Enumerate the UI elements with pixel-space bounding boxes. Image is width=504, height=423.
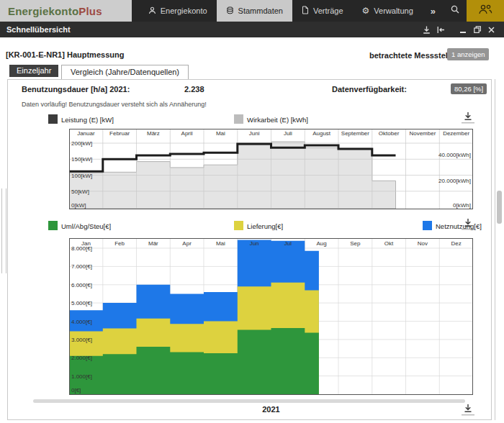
usage-duration-label: Benutzungsdauer [h/a] 2021: — [22, 85, 130, 94]
nav-item-energiekonto[interactable]: Energiekonto — [139, 0, 217, 22]
nav-item-verwaltung[interactable]: ⚙ Verwaltung — [353, 0, 423, 22]
svg-text:7.000[€]: 7.000[€] — [71, 263, 92, 270]
legend-swatch-uml-abg-steu[interactable] — [48, 221, 58, 230]
window-controls — [418, 24, 498, 36]
app-logo: EnergiekontoPlus — [0, 0, 132, 22]
svg-text:August: August — [312, 130, 331, 137]
data-availability-label: Datenverfügbarkeit: — [332, 85, 407, 94]
svg-text:200[kW]: 200[kW] — [71, 140, 92, 147]
svg-text:2.000[€]: 2.000[€] — [71, 355, 92, 361]
top-nav-bar: EnergiekontoPlus Energiekonto Stammdaten… — [0, 0, 504, 22]
svg-text:November: November — [409, 130, 436, 137]
svg-text:0[€]: 0[€] — [71, 387, 81, 394]
topbar-right: » — [423, 0, 504, 22]
svg-text:Nov: Nov — [418, 240, 428, 247]
svg-text:1.000[€]: 1.000[€] — [71, 373, 92, 380]
preliminary-data-note: Daten vorläufig! Benutzungsdauer versteh… — [22, 101, 207, 108]
power-energy-chart[interactable]: JanuarFebruarMärzAprilMaiJuniJuliAugustS… — [69, 129, 473, 209]
svg-text:Sep: Sep — [350, 240, 361, 247]
people-icon — [477, 4, 493, 18]
svg-text:März: März — [147, 130, 160, 137]
svg-text:Dezember: Dezember — [443, 130, 469, 137]
legend-label-wirkarbeit[interactable]: Wirkarbeit (E) [kWh] — [247, 116, 308, 124]
search-button[interactable] — [444, 4, 467, 17]
minimize-icon[interactable] — [456, 24, 469, 36]
svg-text:40.000[kWh]: 40.000[kWh] — [438, 152, 471, 158]
usage-duration-value: 2.238 — [184, 85, 204, 94]
window-edge-lines — [1, 188, 6, 273]
tab-einzeljahr[interactable]: Einzeljahr — [9, 65, 58, 77]
document-icon — [302, 6, 309, 16]
x-axis-year-label: 2021 — [69, 405, 473, 414]
nav-label: Verwaltung — [374, 6, 413, 15]
svg-text:8.000[€]: 8.000[€] — [71, 245, 92, 252]
user-account-button[interactable] — [467, 0, 504, 22]
close-icon[interactable] — [485, 24, 498, 36]
app-window: EnergiekontoPlus Energiekonto Stammdaten… — [0, 0, 504, 423]
main-nav: Energiekonto Stammdaten Verträge ⚙ Verwa… — [139, 0, 423, 22]
svg-text:Aug: Aug — [316, 240, 326, 247]
svg-text:0[kWh]: 0[kWh] — [453, 202, 471, 209]
window-title-bar: Schnellübersicht — [0, 22, 504, 37]
svg-text:100[kW]: 100[kW] — [71, 173, 92, 179]
svg-text:150[kW]: 150[kW] — [71, 156, 92, 163]
nav-item-vertraege[interactable]: Verträge — [292, 0, 353, 22]
footer-download-icon[interactable] — [461, 404, 475, 416]
gear-icon: ⚙ — [362, 6, 370, 15]
svg-text:Oktober: Oktober — [379, 130, 400, 137]
svg-text:Jul: Jul — [284, 240, 292, 247]
legend-swatch-wirkarbeit[interactable] — [234, 114, 243, 124]
vertical-scrollbar-thumb[interactable] — [497, 191, 502, 224]
svg-text:September: September — [341, 130, 369, 137]
measurement-title: [KR-001-E-NR1] Hauptmessung — [6, 50, 124, 59]
restore-icon[interactable] — [471, 24, 483, 36]
legend-label-leistung[interactable]: Leistung (E) [kW] — [61, 116, 114, 124]
svg-text:4.000[€]: 4.000[€] — [71, 319, 92, 325]
search-icon — [450, 4, 460, 17]
nav-label: Verträge — [313, 6, 343, 15]
nav-label: Stammdaten — [238, 6, 283, 15]
svg-text:Februar: Februar — [109, 130, 130, 137]
legend-swatch-leistung[interactable] — [48, 114, 58, 124]
legend-swatch-lieferung[interactable] — [234, 221, 243, 230]
svg-text:Mai: Mai — [216, 240, 225, 247]
svg-text:3.000[€]: 3.000[€] — [71, 337, 92, 343]
nav-item-stammdaten[interactable]: Stammdaten — [217, 0, 292, 22]
nav-overflow-button[interactable]: » — [423, 6, 444, 17]
messstellen-show-button[interactable]: 1 anzeigen — [447, 48, 489, 60]
svg-text:Juni: Juni — [249, 130, 260, 137]
window-title: Schnellübersicht — [6, 25, 71, 34]
svg-text:April: April — [181, 130, 193, 137]
data-availability-badge: 80,26 [%] — [451, 83, 487, 94]
svg-text:0[kW]: 0[kW] — [71, 202, 86, 209]
export-icon[interactable] — [420, 24, 433, 36]
horizontal-scrollbar[interactable] — [33, 399, 465, 403]
logo-text-secondary: Plus — [78, 5, 102, 17]
svg-text:6.000[€]: 6.000[€] — [71, 282, 92, 288]
cost-stacked-chart[interactable]: JanFebMärAprMaiJunJulAugSepOktNovDez8.00… — [69, 238, 473, 395]
svg-text:Mai: Mai — [216, 130, 225, 137]
legend-label-lieferung[interactable]: Lieferung[€] — [247, 222, 283, 230]
nav-label: Energiekonto — [161, 6, 207, 15]
svg-text:Okt: Okt — [384, 240, 394, 247]
svg-text:Juli: Juli — [284, 130, 292, 137]
svg-text:20.000[kWh]: 20.000[kWh] — [438, 178, 471, 184]
overview-panel: Benutzungsdauer [h/a] 2021: 2.238 Datenv… — [7, 79, 492, 420]
svg-text:Apr: Apr — [182, 240, 192, 247]
logo-text-primary: Energiekonto — [8, 5, 78, 17]
person-icon — [148, 6, 156, 16]
svg-text:Mär: Mär — [148, 240, 158, 247]
vertical-scrollbar-track — [495, 79, 495, 420]
tab-vergleich[interactable]: Vergleich (Jahre/Datenquellen) — [61, 65, 189, 80]
collapse-left-icon[interactable] — [435, 24, 447, 36]
svg-text:5.000[€]: 5.000[€] — [71, 300, 92, 306]
svg-text:Jun: Jun — [250, 240, 259, 247]
svg-text:50[kW]: 50[kW] — [71, 188, 89, 195]
chart2-download-icon[interactable] — [461, 218, 475, 230]
svg-text:Dez: Dez — [451, 240, 461, 247]
chart1-download-icon[interactable] — [461, 112, 475, 124]
svg-text:Feb: Feb — [114, 240, 125, 247]
svg-text:Januar: Januar — [77, 130, 95, 137]
legend-label-uml-abg-steu[interactable]: Uml/Abg/Steu[€] — [61, 222, 111, 230]
legend-swatch-netznutzung[interactable] — [423, 221, 432, 230]
